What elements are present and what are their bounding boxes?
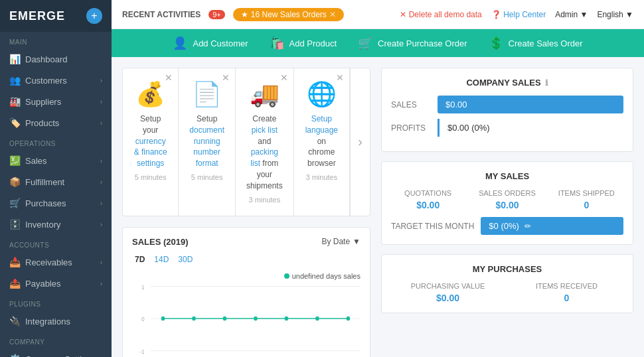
my-sales-section: MY SALES QUOTATIONS $0.00 SALES ORDERS $… — [381, 161, 633, 245]
sales-label: SALES — [391, 100, 431, 109]
picklist-icon: 🚚 — [246, 80, 283, 108]
sales-chart-filter[interactable]: By Date ▼ — [321, 237, 361, 246]
my-purchases-grid: PURCHASING VALUE $0.00 ITEMS RECEIVED 0 — [391, 282, 623, 303]
add-product-icon: 🛍️ — [270, 36, 284, 50]
date-tab-30d[interactable]: 30D — [175, 253, 195, 265]
sidebar-item-suppliers[interactable]: 🏭 Suppliers › — [0, 91, 112, 112]
chevron-right-icon: › — [100, 200, 102, 207]
sidebar-item-company-settings[interactable]: ⚙️ Company Settings — [0, 348, 112, 357]
admin-dropdown[interactable]: Admin ▼ — [555, 10, 588, 19]
svg-point-12 — [347, 316, 351, 320]
add-product-button[interactable]: 🛍️ Add Product — [270, 36, 337, 50]
items-shipped-label: ITEMS SHIPPED — [550, 189, 623, 197]
document-link[interactable]: document running number format — [189, 125, 224, 168]
language-link[interactable]: Setup language — [305, 114, 338, 135]
recent-activities-label: RECENT ACTIVITIES — [122, 10, 201, 19]
add-customer-button[interactable]: 👤 Add Customer — [173, 36, 248, 50]
quotations-item: QUOTATIONS $0.00 — [391, 189, 465, 210]
receivables-icon: 📥 — [9, 257, 20, 267]
settings-icon: ⚙️ — [9, 354, 20, 357]
packinglist-link[interactable]: packing list — [250, 147, 278, 168]
svg-point-7 — [192, 316, 196, 320]
sidebar-item-dashboard[interactable]: 📊 Dashboard — [0, 48, 112, 70]
edit-target-button[interactable]: ✏ — [524, 222, 531, 231]
sidebar-item-inventory[interactable]: 🗄️ Inventory › — [0, 214, 112, 235]
profits-label: PROFITS — [391, 123, 431, 133]
sidebar-item-payables[interactable]: 📤 Payables › — [0, 273, 112, 294]
create-purchase-icon: 🛒 — [358, 36, 372, 50]
sidebar-item-label: Receivables — [25, 257, 72, 267]
legend-dot — [284, 273, 289, 279]
create-sales-order-button[interactable]: 💲 Create Sales Order — [489, 36, 583, 50]
svg-point-6 — [161, 316, 165, 320]
sales-chart-title: SALES (2019) — [132, 237, 189, 247]
date-tab-7d[interactable]: 7D — [132, 253, 147, 265]
svg-text:0: 0 — [141, 315, 145, 322]
currency-link[interactable]: currency & finance settings — [134, 137, 167, 169]
close-document-button[interactable]: ✕ — [222, 72, 230, 83]
notification-badge: 9+ — [208, 10, 225, 19]
content-area: ✕ 💰 Setup your currency & finance settin… — [112, 57, 644, 357]
sales-chart-section: SALES (2019) By Date ▼ 7D 14D 30D undefi… — [122, 227, 370, 357]
delete-demo-link[interactable]: ✕ Delete all demo data — [400, 10, 482, 19]
question-icon: ❓ — [491, 10, 501, 19]
sales-chart-svg: 1 0 -1 Feb 26 — [132, 272, 361, 357]
sidebar-item-sales[interactable]: 💹 Sales › — [0, 150, 112, 171]
close-language-button[interactable]: ✕ — [336, 72, 344, 83]
sidebar-item-integrations[interactable]: 🔌 Integrations — [0, 311, 112, 332]
svg-point-11 — [315, 316, 319, 320]
chevron-right-icon: › — [100, 280, 102, 287]
purchasing-value-amount: $0.00 — [391, 293, 505, 303]
main-area: RECENT ACTIVITIES 9+ ★ 16 New Sales Orde… — [112, 0, 644, 357]
items-shipped-amount: 0 — [550, 200, 623, 210]
sidebar-item-label: Inventory — [25, 220, 60, 230]
currency-time: 5 minutes — [133, 173, 167, 181]
language-dropdown[interactable]: English ▼ — [597, 10, 633, 19]
sidebar-item-label: Suppliers — [25, 97, 61, 107]
quotations-amount: $0.00 — [391, 200, 465, 210]
close-picklist-button[interactable]: ✕ — [280, 72, 288, 83]
topbar: RECENT ACTIVITIES 9+ ★ 16 New Sales Orde… — [112, 0, 644, 29]
purchases-icon: 🛒 — [9, 198, 20, 208]
chevron-right-icon: › — [100, 178, 102, 186]
svg-point-10 — [285, 316, 289, 320]
help-center-link[interactable]: ❓ Help Center — [491, 10, 546, 19]
setup-cards-next-button[interactable]: › — [350, 68, 370, 216]
setup-card-picklist: ✕ 🚚 Create pick list and packing list fr… — [236, 68, 294, 216]
picklist-link[interactable]: pick list — [252, 125, 278, 135]
document-time: 5 minutes — [189, 173, 224, 181]
add-button[interactable]: + — [86, 8, 102, 24]
date-tab-14d[interactable]: 14D — [151, 253, 171, 265]
chevron-down-icon: ▼ — [580, 10, 588, 19]
integrations-icon: 🔌 — [9, 316, 20, 326]
sales-orders-button[interactable]: ★ 16 New Sales Orders ✕ — [233, 8, 344, 21]
sidebar-item-customers[interactable]: 👥 Customers › — [0, 70, 112, 91]
sidebar-item-label: Payables — [25, 279, 60, 289]
sidebar-logo: EMERGE + — [0, 0, 112, 32]
document-icon: 📄 — [189, 80, 224, 108]
sidebar-item-fulfillment[interactable]: 📦 Fulfillment › — [0, 171, 112, 192]
sidebar-item-products[interactable]: 🏷️ Products › — [0, 112, 112, 133]
close-currency-button[interactable]: ✕ — [165, 72, 173, 83]
create-purchase-order-button[interactable]: 🛒 Create Purchase Order — [358, 36, 467, 50]
sales-value: $0.00 — [438, 96, 623, 113]
x-icon: ✕ — [400, 10, 406, 19]
sidebar: EMERGE + Main 📊 Dashboard 👥 Customers › … — [0, 0, 112, 357]
items-received-item: ITEMS RECEIVED 0 — [510, 282, 623, 303]
purchasing-value-item: PURCHASING VALUE $0.00 — [391, 282, 505, 303]
chevron-down-icon: ▼ — [353, 237, 361, 246]
company-sales-section: COMPANY SALES ℹ SALES $0.00 PROFITS $0.0… — [381, 68, 633, 152]
sidebar-item-label: Purchases — [25, 198, 66, 208]
action-bar: 👤 Add Customer 🛍️ Add Product 🛒 Create P… — [112, 29, 644, 57]
chevron-right-icon: › — [100, 77, 102, 84]
items-received-amount: 0 — [510, 293, 623, 303]
sidebar-item-purchases[interactable]: 🛒 Purchases › — [0, 192, 112, 214]
sidebar-item-label: Fulfillment — [25, 177, 64, 187]
sidebar-item-receivables[interactable]: 📥 Receivables › — [0, 251, 112, 273]
customers-icon: 👥 — [9, 75, 20, 86]
quotations-label: QUOTATIONS — [391, 189, 465, 197]
my-purchases-title: MY PURCHASES — [391, 264, 623, 274]
svg-text:-1: -1 — [139, 348, 144, 355]
chevron-right-icon: › — [100, 221, 102, 228]
chart-area: undefined days sales 1 0 -1 — [132, 272, 361, 357]
